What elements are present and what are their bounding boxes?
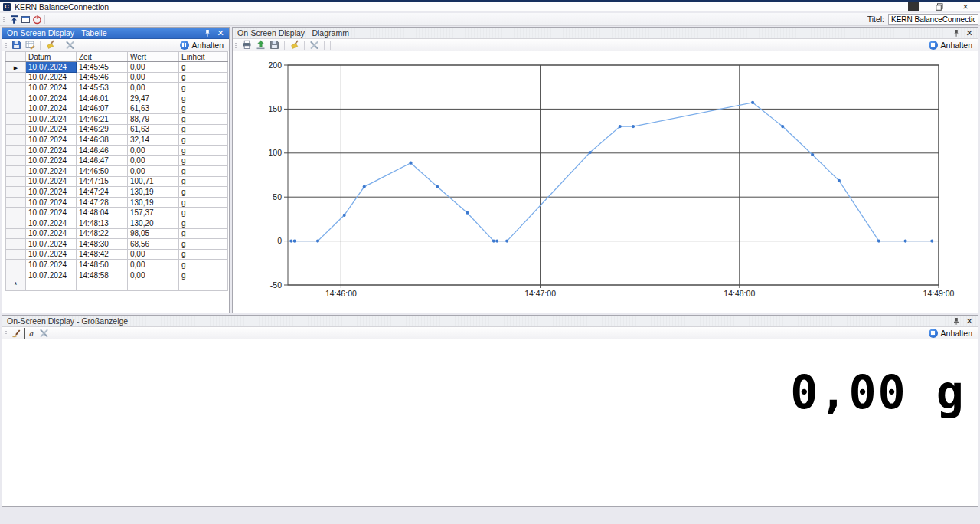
table-cell[interactable]: 14:46:47 — [77, 156, 128, 166]
table-cell[interactable]: 10.07.2024 — [26, 62, 77, 73]
table-cell[interactable]: 14:47:28 — [77, 197, 128, 208]
table-cell[interactable] — [26, 280, 77, 291]
table-cell[interactable]: 68,56 — [128, 239, 179, 250]
table-cell[interactable]: g — [179, 208, 228, 218]
row-header[interactable] — [6, 113, 26, 124]
table-cell[interactable]: 88,79 — [128, 113, 179, 124]
col-header-einheit[interactable]: Einheit — [179, 52, 228, 62]
anhalten-button[interactable]: Anhalten — [926, 329, 975, 338]
col-header-wert[interactable]: Wert — [128, 52, 179, 62]
row-header[interactable] — [6, 176, 26, 187]
row-header[interactable]: * — [6, 280, 26, 291]
table-cell[interactable]: 130,19 — [128, 197, 179, 208]
new-window-button[interactable] — [20, 14, 31, 25]
row-header[interactable] — [6, 135, 26, 146]
table-cell[interactable]: 14:46:21 — [77, 113, 128, 124]
pin-button[interactable] — [202, 28, 213, 38]
table-cell[interactable]: g — [179, 228, 228, 239]
table-cell[interactable]: g — [179, 156, 228, 166]
table-cell[interactable]: 14:48:42 — [77, 249, 128, 260]
table-cell[interactable]: 157,37 — [128, 208, 179, 218]
table-cell[interactable]: 0,00 — [128, 62, 179, 73]
table-cell[interactable]: 0,00 — [128, 156, 179, 166]
row-header[interactable] — [6, 165, 26, 176]
pin-window-button[interactable] — [8, 14, 20, 25]
table-cell[interactable]: 10.07.2024 — [26, 83, 77, 93]
anhalten-button[interactable]: Anhalten — [178, 41, 226, 50]
row-header[interactable] — [6, 208, 26, 218]
table-cell[interactable]: 10.07.2024 — [26, 270, 77, 280]
table-cell[interactable]: 98,05 — [128, 228, 179, 239]
table-cell[interactable]: 10.07.2024 — [26, 156, 77, 166]
row-header[interactable] — [6, 93, 26, 103]
close-panel-button[interactable]: ✕ — [964, 28, 975, 38]
table-cell[interactable]: 10.07.2024 — [26, 124, 77, 135]
table-cell[interactable]: 10.07.2024 — [26, 113, 77, 124]
table-cell[interactable]: g — [179, 260, 228, 270]
table-cell[interactable]: 0,00 — [128, 165, 179, 176]
col-header-datum[interactable]: Datum — [26, 52, 77, 62]
row-header[interactable] — [6, 228, 26, 239]
row-header[interactable] — [6, 187, 26, 198]
table-cell[interactable]: 32,14 — [128, 135, 179, 146]
save-chart-button[interactable] — [269, 40, 280, 51]
table-cell[interactable]: g — [179, 239, 228, 250]
clear-button[interactable] — [44, 40, 56, 51]
restore-button[interactable] — [934, 2, 945, 11]
panel-chart-titlebar[interactable]: On-Screen Display - Diagramm ✕ — [233, 28, 978, 39]
table-cell[interactable]: 0,00 — [128, 249, 179, 260]
table-cell[interactable]: 14:48:13 — [77, 218, 128, 228]
table-cell[interactable]: 10.07.2024 — [26, 228, 77, 239]
table-cell[interactable]: g — [179, 93, 228, 103]
table-cell[interactable]: 14:46:07 — [77, 103, 128, 114]
table-cell[interactable]: g — [179, 83, 228, 93]
table-cell[interactable]: 0,00 — [128, 270, 179, 280]
table-cell[interactable]: 130,19 — [128, 187, 179, 198]
row-header[interactable]: ▶ — [6, 62, 26, 73]
row-header[interactable] — [6, 270, 26, 280]
titel-input[interactable] — [888, 14, 978, 25]
table-cell[interactable]: 14:48:04 — [77, 208, 128, 218]
table-cell[interactable]: 10.07.2024 — [26, 187, 77, 198]
table-cell[interactable]: g — [179, 187, 228, 198]
table-cell[interactable]: 100,71 — [128, 176, 179, 187]
table-cell[interactable]: g — [179, 145, 228, 156]
table-cell[interactable]: g — [179, 249, 228, 260]
table-cell[interactable]: 10.07.2024 — [26, 165, 77, 176]
table-cell[interactable]: 10.07.2024 — [26, 260, 77, 270]
row-header[interactable] — [6, 197, 26, 208]
brush-button[interactable] — [11, 328, 22, 339]
tools-button[interactable] — [38, 328, 50, 339]
table-cell[interactable]: 14:46:46 — [77, 145, 128, 156]
table-cell[interactable]: g — [179, 165, 228, 176]
print-button[interactable] — [241, 40, 253, 51]
table-cell[interactable]: 0,00 — [128, 83, 179, 93]
close-window-button[interactable]: × — [960, 2, 971, 11]
table-cell[interactable]: 10.07.2024 — [26, 249, 77, 260]
table-cell[interactable]: 10.07.2024 — [26, 239, 77, 250]
table-cell[interactable]: g — [179, 197, 228, 208]
table-cell[interactable]: 14:47:24 — [77, 187, 128, 198]
close-panel-button[interactable]: ✕ — [964, 316, 975, 326]
table-cell[interactable]: 14:48:22 — [77, 228, 128, 239]
table-cell[interactable]: 14:48:30 — [77, 239, 128, 250]
table-cell[interactable]: 10.07.2024 — [26, 93, 77, 103]
table-cell[interactable]: g — [179, 62, 228, 73]
table-cell[interactable]: g — [179, 270, 228, 280]
row-header[interactable] — [6, 103, 26, 114]
table-cell[interactable]: g — [179, 72, 228, 83]
panel-table-titlebar[interactable]: On-Screen Display - Tabelle ✕ — [2, 28, 229, 39]
row-header[interactable] — [6, 83, 26, 93]
tools-button[interactable] — [64, 40, 76, 51]
table-cell[interactable]: 14:46:38 — [77, 135, 128, 146]
row-header[interactable] — [6, 72, 26, 83]
col-header-zeit[interactable]: Zeit — [77, 52, 128, 62]
row-header[interactable] — [6, 124, 26, 135]
table-cell[interactable]: 10.07.2024 — [26, 72, 77, 83]
row-header[interactable] — [6, 156, 26, 166]
save-button[interactable] — [11, 40, 22, 51]
table-cell[interactable]: 14:47:15 — [77, 176, 128, 187]
table-cell[interactable]: 14:45:53 — [77, 83, 128, 93]
table-cell[interactable]: 14:48:58 — [77, 270, 128, 280]
table-cell[interactable]: 130,20 — [128, 218, 179, 228]
